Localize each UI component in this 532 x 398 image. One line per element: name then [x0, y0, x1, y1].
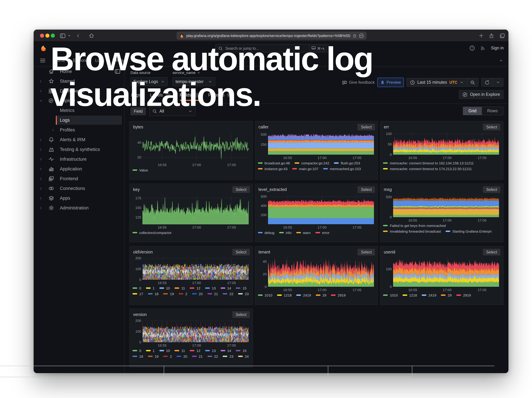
chevron-down-icon[interactable]: [39, 99, 43, 103]
legend-item[interactable]: 13: [205, 286, 216, 290]
open-in-explore-button[interactable]: Open in Explore: [459, 90, 503, 99]
legend-item[interactable]: warn: [296, 230, 311, 235]
panel-chart[interactable]: 200100016:5517:0017:05: [133, 256, 250, 285]
panel-chart[interactable]: 17515012516:5517:0017:05: [133, 193, 250, 230]
panel-select-button[interactable]: Select: [483, 124, 500, 131]
time-range-picker[interactable]: Last 15 minutes UTC: [406, 78, 467, 87]
panel-select-button[interactable]: Select: [232, 249, 250, 255]
chevron-right-icon[interactable]: [39, 187, 43, 190]
chevron-right-icon[interactable]: [39, 148, 43, 151]
legend-item[interactable]: 14: [221, 348, 231, 353]
legend-item[interactable]: 1: [146, 286, 155, 290]
panel-chart[interactable]: 100016:5517:0017:05: [383, 256, 500, 292]
legend-item[interactable]: 18: [148, 292, 158, 296]
legend-item[interactable]: 23: [223, 354, 233, 358]
sidebar-item-connections[interactable]: Connections: [34, 184, 124, 193]
legend-item[interactable]: 11: [175, 286, 185, 290]
legend-item[interactable]: 29: [316, 293, 326, 297]
legend-item[interactable]: Value: [133, 168, 148, 172]
mega-menu-icon[interactable]: [40, 57, 46, 64]
help-icon[interactable]: ?: [469, 45, 475, 51]
legend-item[interactable]: memcache: connect timeout to 174.213.22.…: [383, 167, 472, 171]
sidebar-item-logs[interactable]: Logs: [34, 115, 124, 125]
legend-item[interactable]: 12: [190, 348, 200, 353]
legend-item[interactable]: memcache: connect timeout to 162.134.158…: [383, 161, 474, 165]
chevron-right-icon[interactable]: [39, 80, 43, 83]
legend-item[interactable]: 1: [146, 348, 155, 353]
grid-view-button[interactable]: Grid: [463, 107, 482, 115]
legend-item[interactable]: 21: [207, 292, 218, 296]
share-icon[interactable]: [489, 32, 494, 39]
legend-item[interactable]: 1010: [383, 293, 398, 297]
panel-chart[interactable]: 4020016:5517:0017:05: [258, 256, 375, 292]
panel-chart[interactable]: 200100016:5517:0017:05: [133, 318, 250, 348]
sidebar-item-testing-synthetics[interactable]: k6Testing & synthetics: [34, 144, 124, 154]
legend-item[interactable]: 20: [192, 292, 203, 296]
legend-item[interactable]: error: [315, 230, 329, 235]
sidebar-item-frontend[interactable]: Frontend: [34, 174, 124, 184]
refresh-interval-button[interactable]: [493, 78, 503, 87]
legend-item[interactable]: 19: [148, 354, 158, 358]
panel-select-button[interactable]: Select: [358, 186, 375, 193]
legend-item[interactable]: 13: [205, 348, 216, 353]
legend-item[interactable]: info: [279, 230, 291, 235]
legend-item[interactable]: main.go:107: [292, 167, 318, 171]
legend-item[interactable]: 1218: [277, 293, 292, 297]
legend-item[interactable]: 2419: [297, 293, 311, 297]
legend-item[interactable]: memcached.go:153: [323, 167, 361, 171]
chevron-right-icon[interactable]: [39, 197, 43, 200]
legend-item[interactable]: 15: [236, 348, 247, 353]
legend-item[interactable]: 24: [238, 354, 249, 358]
close-window-button[interactable]: [40, 34, 44, 38]
legend-item[interactable]: Failed to get keys from memcached: [383, 224, 446, 228]
panel-select-button[interactable]: Select: [232, 186, 250, 193]
legend-item[interactable]: 2: [163, 354, 172, 358]
legend-item[interactable]: 0: [133, 286, 141, 290]
panel-chart[interactable]: 50025016:5517:0017:05: [258, 131, 375, 160]
chevron-down-icon[interactable]: [67, 32, 71, 39]
legend-item[interactable]: 2419: [422, 293, 436, 297]
legend-item[interactable]: collectors/compactor: [133, 230, 172, 235]
legend-item[interactable]: 0: [133, 348, 141, 353]
minimize-window-button[interactable]: [45, 34, 50, 38]
zoom-window-button[interactable]: [51, 34, 55, 38]
sign-in-link[interactable]: Sign in: [491, 46, 504, 50]
chevron-right-icon[interactable]: [39, 157, 43, 161]
legend-item[interactable]: 20: [177, 354, 187, 358]
preview-badge[interactable]: Preview: [378, 78, 404, 87]
chevron-right-icon[interactable]: [39, 206, 43, 210]
panel-chart[interactable]: 402016:5517:0017:05: [133, 131, 250, 167]
legend-item[interactable]: Invalidating forwarded broadcast: [383, 229, 441, 233]
legend-item[interactable]: 1218: [402, 293, 417, 297]
panel-chart[interactable]: 60040020016:5517:0017:05: [258, 193, 375, 230]
legend-item[interactable]: 22: [223, 292, 233, 296]
legend-item[interactable]: flush.go:253: [334, 161, 360, 165]
legend-item[interactable]: 2919: [331, 293, 346, 297]
sidebar-toggle-icon[interactable]: [60, 32, 66, 39]
legend-item[interactable]: instance.go:43: [258, 167, 287, 171]
more-options-icon[interactable]: [359, 32, 364, 39]
panel-select-button[interactable]: Select: [358, 249, 375, 255]
panel-select-button[interactable]: Select: [232, 311, 250, 318]
panel-chart[interactable]: 500016:5517:0017:05: [383, 193, 500, 223]
legend-item[interactable]: 11: [175, 348, 185, 353]
legend-item[interactable]: 15: [236, 286, 247, 290]
refresh-button[interactable]: [481, 78, 493, 87]
legend-item[interactable]: 10: [159, 348, 170, 353]
rows-view-button[interactable]: Rows: [482, 107, 503, 115]
legend-item[interactable]: 10: [159, 286, 170, 290]
collapse-header-icon[interactable]: [499, 57, 503, 64]
legend-item[interactable]: compactor.go:242: [295, 161, 329, 165]
back-icon[interactable]: [76, 32, 80, 39]
legend-item[interactable]: 19: [163, 292, 174, 296]
legend-item[interactable]: 23: [238, 292, 249, 296]
sidebar-item-apps[interactable]: Apps: [34, 193, 124, 203]
legend-item[interactable]: 17: [133, 292, 143, 296]
chevron-right-icon[interactable]: [39, 138, 43, 141]
sidebar-item-infrastructure[interactable]: Infrastructure: [34, 154, 124, 164]
legend-item[interactable]: 18: [133, 354, 143, 358]
chevron-right-icon[interactable]: [39, 177, 43, 180]
panel-select-button[interactable]: Select: [358, 124, 375, 131]
legend-item[interactable]: 21: [192, 354, 203, 358]
zoom-out-time-button[interactable]: [467, 78, 479, 87]
